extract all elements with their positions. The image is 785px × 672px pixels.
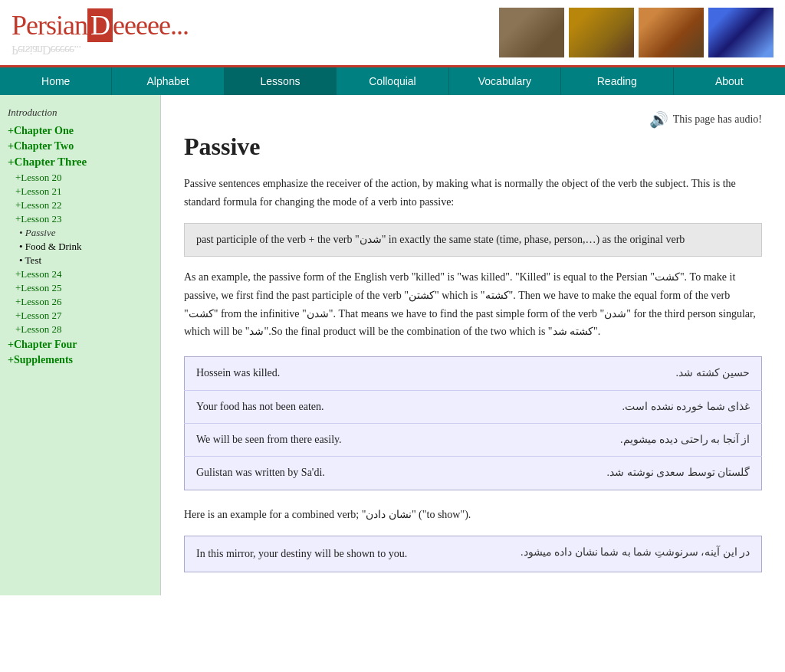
logo-part1: Persian <box>11 10 87 41</box>
sidebar-lesson-21[interactable]: +Lesson 21 <box>15 185 153 198</box>
logo[interactable]: PersianDeeeee... <box>11 9 189 41</box>
sidebar-intro: Introduction <box>8 107 153 119</box>
table-row: Your food has not been eaten. غذای شما خ… <box>185 390 762 423</box>
combined-example-box: In this mirror, your destiny will be sho… <box>184 536 762 572</box>
logo-area: PersianDeeeee... PersianDeeeee... <box>11 9 189 57</box>
intro-paragraph: Passive sentences emphasize the receiver… <box>184 175 762 211</box>
nav-alphabet[interactable]: Alphabet <box>112 67 224 95</box>
sidebar: Introduction +Chapter One +Chapter Two +… <box>0 95 161 595</box>
sidebar-chapter-one[interactable]: +Chapter One <box>8 125 153 137</box>
nav-reading[interactable]: Reading <box>561 67 673 95</box>
table-row: We will be seen from there easily. از آن… <box>185 423 762 456</box>
nav-home[interactable]: Home <box>0 67 112 95</box>
sidebar-supplements[interactable]: +Supplements <box>8 354 153 366</box>
page-title: Passive <box>184 133 762 161</box>
formula-box: past participle of the verb + the verb "… <box>184 223 762 257</box>
example-english-1: Hossein was killed. <box>185 357 474 390</box>
example-english-3: We will be seen from there easily. <box>185 423 474 456</box>
sidebar-lesson-25[interactable]: +Lesson 25 <box>15 282 153 294</box>
logo-part2: D <box>87 8 113 42</box>
sidebar-lesson-20[interactable]: +Lesson 20 <box>15 172 153 184</box>
combined-verb-paragraph: Here is an example for a combined verb; … <box>184 506 762 524</box>
sidebar-lesson-23[interactable]: +Lesson 23 <box>15 213 153 225</box>
sidebar-sub-passive[interactable]: • Passive <box>19 227 153 239</box>
examples-table: Hossein was killed. حسین کشته شد. Your f… <box>184 356 762 490</box>
logo-reflection: PersianDeeeee... <box>11 43 189 57</box>
example-english-2: Your food has not been eaten. <box>185 390 474 423</box>
sidebar-lesson-24[interactable]: +Lesson 24 <box>15 268 153 280</box>
example-persian-4: گلستان توسط سعدی نوشته شد. <box>473 457 762 490</box>
sidebar-chapter-two[interactable]: +Chapter Two <box>8 140 153 152</box>
nav-lessons[interactable]: Lessons <box>225 67 337 95</box>
nav: Home Alphabet Lessons Colloquial Vocabul… <box>0 67 785 95</box>
combined-verb-persian: نشان دادن <box>366 509 412 520</box>
nav-colloquial[interactable]: Colloquial <box>337 67 448 95</box>
sidebar-lesson-27[interactable]: +Lesson 27 <box>15 310 153 322</box>
example-english-4: Gulistan was written by Sa'di. <box>185 457 474 490</box>
content-area: 🔊 This page has audio! Passive Passive s… <box>161 95 785 595</box>
example-persian-2: غذای شما خورده نشده است. <box>473 390 762 423</box>
example-paragraph: As an example, the passive form of the E… <box>184 268 762 341</box>
table-row: Gulistan was written by Sa'di. گلستان تو… <box>185 457 762 490</box>
header-image-1 <box>499 8 564 57</box>
audio-notice[interactable]: 🔊 This page has audio! <box>184 110 762 129</box>
combined-english: In this mirror, your destiny will be sho… <box>196 546 465 562</box>
header-image-3 <box>639 8 704 57</box>
formula-persian: شدن <box>360 234 382 245</box>
header-image-4 <box>708 8 774 57</box>
sidebar-sub-food[interactable]: • Food & Drink <box>19 241 153 253</box>
example-persian-1: حسین کشته شد. <box>473 357 762 390</box>
sidebar-lesson-26[interactable]: +Lesson 26 <box>15 296 153 308</box>
sidebar-chapter-three[interactable]: +Chapter Three <box>8 156 153 169</box>
formula-text: past participle of the verb + the verb "… <box>196 234 685 245</box>
sidebar-sub-test[interactable]: • Test <box>19 254 153 267</box>
logo-part3: eeeee... <box>113 10 189 41</box>
nav-about[interactable]: About <box>674 67 785 95</box>
audio-label: This page has audio! <box>673 113 762 126</box>
header: PersianDeeeee... PersianDeeeee... <box>0 0 785 67</box>
sidebar-lesson-22[interactable]: +Lesson 22 <box>15 199 153 211</box>
sidebar-lesson-28[interactable]: +Lesson 28 <box>15 323 153 336</box>
main-content: Introduction +Chapter One +Chapter Two +… <box>0 95 785 595</box>
combined-persian: در این آینه، سرنوشتِ شما به شما نشان داد… <box>481 546 750 559</box>
header-image-2 <box>569 8 634 57</box>
audio-icon: 🔊 <box>649 110 668 129</box>
header-images <box>499 8 774 57</box>
nav-vocabulary[interactable]: Vocabulary <box>449 67 561 95</box>
sidebar-chapter-four[interactable]: +Chapter Four <box>8 339 153 351</box>
table-row: Hossein was killed. حسین کشته شد. <box>185 357 762 390</box>
example-persian-3: از آنجا به راحتی دیده میشویم. <box>473 423 762 456</box>
